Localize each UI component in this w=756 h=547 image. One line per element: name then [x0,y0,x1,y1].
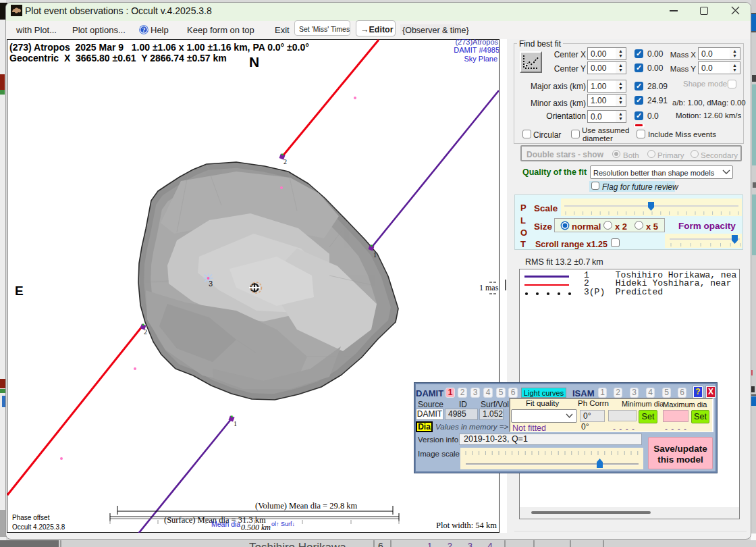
svg-text:1: 1 [234,420,237,427]
svg-text:1 mas: 1 mas [479,283,499,292]
svg-text:E: E [15,284,24,298]
svg-text:DAMIT #4985: DAMIT #4985 [454,46,500,54]
svg-text:3: 3 [209,280,213,288]
svg-text:ol↑ Surf↓: ol↑ Surf↓ [271,521,295,527]
svg-text:(273) Atropos 2025 Mar 9 1.: (273) Atropos 2025 Mar 9 1.00 ±1.06 x 1.… [9,42,309,53]
svg-text:Sky Plane: Sky Plane [464,55,497,63]
svg-text:(273)Atropos: (273)Atropos [455,39,498,46]
svg-text:0.500 km: 0.500 km [241,523,271,532]
svg-text:2: 2 [144,328,147,336]
svg-text:Plot width: 54 km: Plot width: 54 km [436,521,497,530]
svg-text:N: N [249,54,259,70]
svg-text:Geocentric X 3665.80 ±0.61: Geocentric X 3665.80 ±0.61 Y 2866.74 ±0.… [9,53,227,63]
svg-text:Mean dia: Mean dia [211,520,240,528]
svg-text:Occult 4.2025.3.8: Occult 4.2025.3.8 [12,523,65,531]
svg-text:1: 1 [373,251,377,259]
svg-text:2: 2 [284,158,287,165]
svg-text:(Volume) Mean dia = 29.8 km: (Volume) Mean dia = 29.8 km [255,501,358,511]
svg-text:?: ? [142,26,146,34]
svg-text:Phase offset: Phase offset [12,514,50,521]
